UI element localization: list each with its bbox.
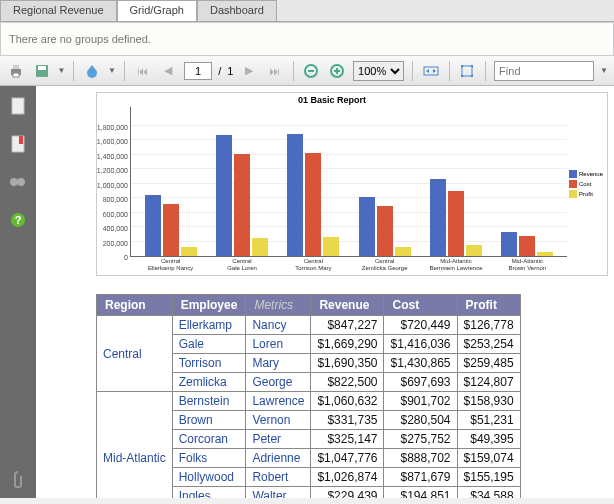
svg-rect-15 — [19, 136, 23, 144]
bookmark-icon[interactable] — [8, 134, 28, 154]
chart-container: 01 Basic Report 0200,000400,000600,00080… — [96, 92, 608, 276]
cell: Folks — [172, 449, 246, 468]
tab-grid-graph[interactable]: Grid/Graph — [117, 0, 197, 21]
svg-rect-1 — [13, 65, 19, 69]
legend-label: Profit — [579, 191, 593, 197]
cell: Zemlicka — [172, 373, 246, 392]
cell: Vernon — [246, 411, 311, 430]
zoom-select[interactable]: 100% — [353, 61, 404, 81]
chart-legend: RevenueCostProfit — [567, 93, 607, 275]
first-page-button[interactable]: ⏮ — [133, 60, 153, 82]
find-dropdown-icon[interactable]: ▼ — [600, 66, 608, 75]
bar — [287, 134, 303, 256]
bar-cluster: CentralTorrison Mary — [278, 134, 349, 256]
separator — [449, 61, 450, 81]
table-header-row: RegionEmployeeMetricsRevenueCostProfit — [97, 295, 521, 316]
prev-page-button[interactable]: ◀ — [158, 60, 178, 82]
cell: Loren — [246, 335, 311, 354]
save-dropdown-icon[interactable]: ▼ — [57, 66, 65, 75]
cell: George — [246, 373, 311, 392]
cell: Adrienne — [246, 449, 311, 468]
svg-rect-2 — [13, 73, 19, 77]
cell: $331,735 — [311, 411, 384, 430]
zoom-in-button[interactable] — [327, 60, 347, 82]
last-page-button[interactable]: ⏭ — [265, 60, 285, 82]
page-number-input[interactable] — [184, 62, 212, 80]
column-header[interactable]: Profit — [457, 295, 520, 316]
bar-cluster: Mid-AtlanticBrown Vernon — [492, 232, 563, 256]
column-header[interactable]: Revenue — [311, 295, 384, 316]
column-header[interactable]: Employee — [172, 295, 246, 316]
help-icon[interactable]: ? — [8, 210, 28, 230]
cell: $275,752 — [384, 430, 457, 449]
table-row[interactable]: CentralEllerkampNancy$847,227$720,449$12… — [97, 316, 521, 335]
chart-title: 01 Basic Report — [97, 93, 567, 107]
document-map-icon[interactable] — [8, 96, 28, 116]
search-panel-icon[interactable] — [8, 172, 28, 192]
cell: $159,074 — [457, 449, 520, 468]
bar — [181, 247, 197, 256]
cell: $34,588 — [457, 487, 520, 499]
cell: $697,693 — [384, 373, 457, 392]
cell: $1,669,290 — [311, 335, 384, 354]
column-header[interactable]: Cost — [384, 295, 457, 316]
y-tick: 400,000 — [103, 225, 128, 232]
column-header[interactable]: Metrics — [246, 295, 311, 316]
svg-point-5 — [87, 68, 97, 78]
cell: $51,231 — [457, 411, 520, 430]
region-cell: Mid-Atlantic — [97, 392, 173, 499]
legend-item: Profit — [569, 190, 605, 198]
cell: Hollywood — [172, 468, 246, 487]
table-row[interactable]: Mid-AtlanticBernsteinLawrence$1,060,632$… — [97, 392, 521, 411]
gridline — [131, 139, 567, 140]
tab-dashboard[interactable]: Dashboard — [197, 0, 277, 21]
gridline — [131, 125, 567, 126]
column-header[interactable]: Region — [97, 295, 173, 316]
group-message: There are no groups defined. — [9, 33, 151, 45]
page-total: 1 — [227, 65, 233, 77]
zoom-out-button[interactable] — [302, 60, 322, 82]
cell: $229,439 — [311, 487, 384, 499]
save-button[interactable] — [32, 60, 52, 82]
bar-cluster: CentralZemlicka George — [349, 197, 420, 256]
tab-bar: Regional Revenue Grid/Graph Dashboard — [0, 0, 614, 22]
category-label: CentralEllerkamp Nancy — [135, 256, 206, 271]
separator — [293, 61, 294, 81]
export-dropdown-icon[interactable]: ▼ — [108, 66, 116, 75]
fit-page-button[interactable] — [458, 60, 478, 82]
cell: $720,449 — [384, 316, 457, 335]
bar — [163, 204, 179, 256]
category-label: CentralZemlicka George — [349, 256, 420, 271]
bar — [216, 135, 232, 256]
chart-y-axis: 0200,000400,000600,000800,0001,000,0001,… — [97, 107, 131, 257]
gridline — [131, 154, 567, 155]
bar — [395, 247, 411, 256]
bar — [323, 237, 339, 256]
bar — [430, 179, 446, 256]
cell: $1,690,350 — [311, 354, 384, 373]
cell: Torrison — [172, 354, 246, 373]
main-area: ? 01 Basic Report 0200,000400,000600,000… — [0, 86, 614, 498]
svg-point-17 — [17, 178, 25, 186]
sidebar: ? — [0, 86, 36, 498]
tab-regional-revenue[interactable]: Regional Revenue — [0, 0, 117, 21]
cell: Ellerkamp — [172, 316, 246, 335]
find-input[interactable] — [494, 61, 594, 81]
category-label: Mid-AtlanticBernstein Lawrence — [420, 256, 491, 271]
fit-width-button[interactable] — [421, 60, 441, 82]
svg-rect-4 — [38, 66, 46, 70]
region-cell: Central — [97, 316, 173, 392]
export-button[interactable] — [82, 60, 102, 82]
next-page-button[interactable]: ▶ — [239, 60, 259, 82]
bar-cluster: Mid-AtlanticBernstein Lawrence — [420, 179, 491, 256]
attachment-icon[interactable] — [8, 470, 28, 490]
print-button[interactable] — [6, 60, 26, 82]
page-sep: / — [218, 65, 221, 77]
cell: Ingles — [172, 487, 246, 499]
cell: $822,500 — [311, 373, 384, 392]
svg-rect-13 — [12, 98, 24, 114]
legend-swatch — [569, 180, 577, 188]
cell: $1,060,632 — [311, 392, 384, 411]
y-tick: 0 — [124, 254, 128, 261]
category-label: Mid-AtlanticBrown Vernon — [492, 256, 563, 271]
